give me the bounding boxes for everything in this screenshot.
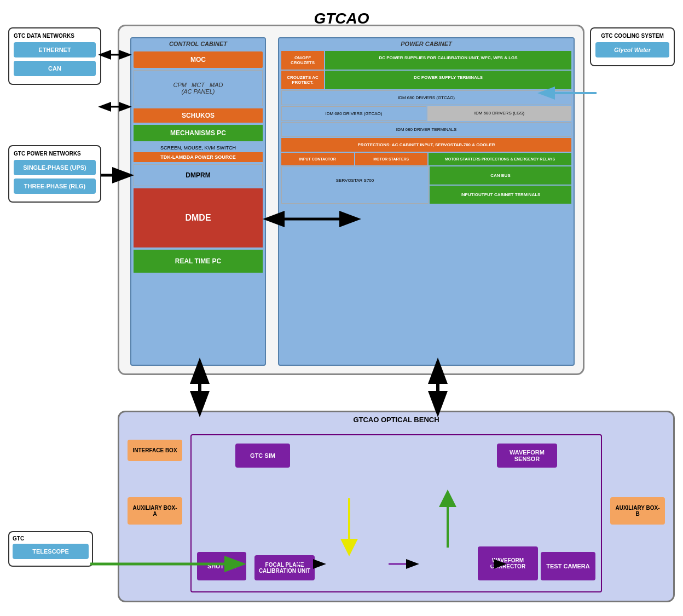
gtc-label: GTC (13, 536, 89, 542)
pc-row2: CROUZETS AC PROTECT. DC POWER SUPPLY TER… (281, 71, 571, 89)
ethernet-box: ETHERNET (14, 42, 96, 57)
io-terminals: INPUT/OUTPUT CABINET TERMINALS (430, 186, 571, 204)
dmprm-block: DMPRM (134, 164, 263, 186)
pc-bottom-row: SERVOSTAR S700 CAN BUS INPUT/OUTPUT CABI… (281, 166, 571, 204)
idm680-gtcao2: IDM 680 DRIVERS (GTCAO) (281, 106, 426, 121)
protections-block: PROTECTIONS: AC CABINET INPUT, SERVOSTAR… (281, 138, 571, 152)
can-bus: CAN BUS (430, 166, 571, 185)
ac-panel-text: CPM MCT MAD(AC PANEL) (173, 82, 223, 95)
pc-idm-row: IDM 680 DRIVERS (GTCAO) IDM 680 DRIVERS … (281, 106, 571, 121)
focal-plane-box: FOCAL PLANE CALIBRATION UNIT (254, 555, 315, 580)
can-box: CAN (14, 61, 96, 76)
gtc-data-networks-title: GTC DATA NETWORKS (14, 33, 96, 39)
motor-starters-protect: MOTOR STARTERS PROTECTIONS & EMERGENCY R… (429, 153, 571, 165)
servostar: SERVOSTAR S700 (281, 166, 429, 204)
inner-purple-box: GTC SIM WAVEFORM SENSOR SHUTTER FOCAL PL… (190, 434, 602, 592)
pc-row1: ON/OFF CROUZETS DC POWER SUPPLIES FOR CA… (281, 51, 571, 70)
crouzets-ac-protect: CROUZETS AC PROTECT. (281, 71, 324, 89)
three-phase-box: THREE-PHASE (RLG) (14, 179, 96, 194)
control-cabinet: CONTROL CABINET MOC CPM MCT MAD(AC PANEL… (130, 37, 266, 366)
onoff-crouzets: ON/OFF CROUZETS (281, 51, 324, 70)
tdk-lambda-block: TDK-LAMBDA POWER SOURCE (134, 152, 263, 162)
dc-power-supplies: DC POWER SUPPLIES FOR CALIBRATION UNIT, … (325, 51, 571, 70)
gtc-telescope-section: GTC TELESCOPE (8, 531, 93, 567)
realtime-pc-block: REAL TIME PC (134, 250, 263, 273)
interface-box: INTERFACE BOX (128, 440, 182, 461)
ac-panel-block: CPM MCT MAD(AC PANEL) (134, 70, 263, 106)
motor-row: INPUT CONTACTOR MOTOR STARTERS MOTOR STA… (281, 153, 571, 165)
auxiliary-box-b: AUXILIARY BOX-B (610, 497, 665, 525)
telescope-box: TELESCOPE (13, 544, 89, 559)
input-contactor: INPUT CONTACTOR (281, 153, 354, 165)
optical-bench: GTCAO OPTICAL BENCH INTERFACE BOX AUXILI… (118, 411, 675, 602)
screen-mouse-block: SCREEN, MOUSE, KVM SWITCH (134, 143, 263, 152)
mechanisms-pc-block: MECHANISMS PC (134, 125, 263, 141)
power-cabinet-title: POWER CABINET (279, 38, 574, 49)
right-col: CAN BUS INPUT/OUTPUT CABINET TERMINALS (430, 166, 571, 204)
waveform-sensor-box: WAVEFORM SENSOR (497, 444, 557, 468)
gtc-data-networks: GTC DATA NETWORKS ETHERNET CAN (8, 27, 101, 85)
test-camera-box: TEST CAMERA (541, 552, 595, 580)
optical-bench-title: GTCAO OPTICAL BENCH (119, 412, 673, 427)
gtc-power-networks: GTC POWER NETWORKS SINGLE-PHASE (UPS) TH… (8, 145, 101, 203)
auxiliary-box-a: AUXILIARY BOX-A (128, 497, 182, 525)
gtcao-title: GTCAO (314, 10, 369, 27)
idm680-full: IDM 680 DRIVERS (GTCAO) (281, 90, 571, 105)
gtc-cooling-system: GTC COOLING SYSTEM Glycol Water (590, 27, 675, 66)
main-container: GTCAO GTC DATA NETWORKS ETHERNET CAN GTC… (5, 5, 678, 611)
idm680-terminals: IDM 680 DRIVER TERMINALS (281, 122, 571, 137)
moc-block: MOC (134, 51, 263, 68)
gtcao-outer-container: CONTROL CABINET MOC CPM MCT MAD(AC PANEL… (118, 25, 584, 375)
idm680-lgs: IDM 680 DRIVERS (LGS) (427, 106, 571, 121)
glycol-water-box: Glycol Water (595, 42, 669, 57)
schukos-block: SCHUKOS (134, 108, 263, 123)
waveform-corrector-box: WAVEFORM CORRECTOR (478, 546, 538, 580)
single-phase-box: SINGLE-PHASE (UPS) (14, 160, 96, 175)
gtc-sim-box: GTC SIM (235, 444, 290, 468)
dmde-block: DMDE (134, 188, 263, 247)
gtc-cooling-title: GTC COOLING SYSTEM (595, 33, 669, 39)
motor-starters: MOTOR STARTERS (355, 153, 428, 165)
power-cabinet: POWER CABINET ON/OFF CROUZETS DC POWER S… (278, 37, 575, 366)
dc-power-terminals: DC POWER SUPPLY TERMINALS (325, 71, 571, 89)
control-cabinet-title: CONTROL CABINET (131, 38, 265, 49)
gtc-power-networks-title: GTC POWER NETWORKS (14, 151, 96, 157)
shutter-box: SHUTTER (197, 552, 246, 580)
